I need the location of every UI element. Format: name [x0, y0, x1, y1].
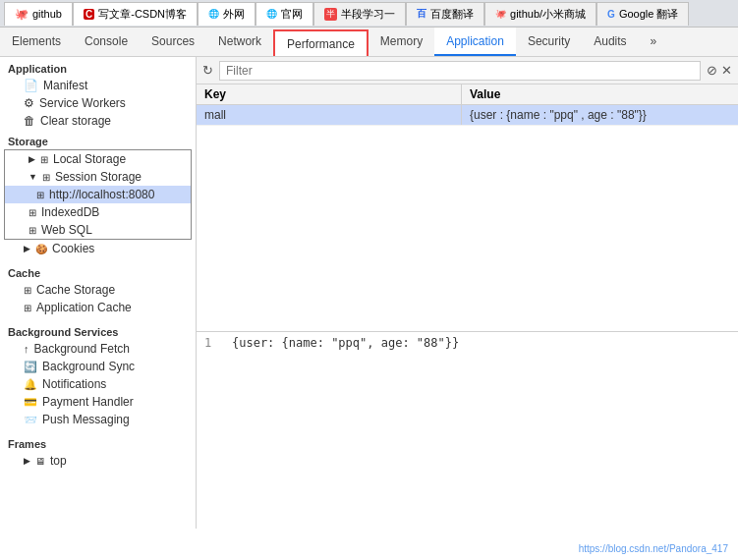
sidebar-item-bg-sync[interactable]: 🔄 Background Sync [0, 358, 196, 375]
content-area: ↻ ⊘ ✕ Key Value mall {user : {nam [197, 57, 738, 529]
section-storage: Storage [0, 130, 196, 149]
tab-console[interactable]: Console [73, 28, 140, 56]
browser-tab-baidu[interactable]: 百 百度翻译 [406, 2, 484, 26]
watermark: https://blog.csdn.net/Pandora_417 [579, 543, 728, 554]
sidebar-item-bg-fetch[interactable]: ↑ Background Fetch [0, 340, 196, 358]
preview-line: 1 {user: {name: "ppq", age: "88"}} [204, 336, 730, 350]
sidebar-item-notifications[interactable]: 🔔 Notifications [0, 375, 196, 393]
section-application: Application [0, 57, 196, 77]
payment-icon: 💳 [24, 396, 37, 409]
table-body: mall {user : {name : "ppq" , age : "88"}… [197, 105, 738, 331]
filter-input[interactable] [219, 61, 701, 81]
table-header: Key Value [197, 84, 738, 105]
devtools-main: Application 📄 Manifest ⚙ Service Workers… [0, 57, 738, 529]
refresh-button[interactable]: ↻ [202, 63, 213, 78]
sidebar-item-push-messaging[interactable]: 📨 Push Messaging [0, 411, 196, 428]
sidebar-item-manifest[interactable]: 📄 Manifest [0, 77, 196, 94]
tab-label: 官网 [281, 7, 303, 22]
tab-more[interactable]: » [639, 28, 669, 56]
browser-tab-csdn[interactable]: C 写文章-CSDN博客 [73, 2, 198, 26]
browser-tab-study[interactable]: 半 半段学习一 [313, 2, 406, 26]
notifications-icon: 🔔 [24, 378, 37, 391]
storage-box: ▶ ⊞ Local Storage ▼ ⊞ Session Storage ⊞ … [4, 149, 192, 240]
col-value-header: Value [462, 84, 738, 104]
tab-label: 外网 [223, 7, 245, 22]
cell-key: mall [197, 105, 462, 125]
tab-label: 半段学习一 [341, 7, 395, 22]
browser-tabs: 🐙 github C 写文章-CSDN博客 🌐 外网 🌐 官网 半 半段学习一 … [0, 0, 738, 28]
sidebar-item-session-storage[interactable]: ▼ ⊞ Session Storage [5, 168, 191, 186]
tab-label: github/小米商城 [510, 7, 586, 22]
tab-network[interactable]: Network [206, 28, 273, 56]
expand-icon: ▶ [28, 154, 35, 164]
sidebar-item-websql[interactable]: ⊞ Web SQL [5, 221, 191, 239]
section-frames: Frames [0, 432, 196, 452]
sidebar-item-cookies[interactable]: ▶ 🍪 Cookies [0, 240, 196, 257]
push-icon: 📨 [24, 414, 37, 426]
clear-storage-icon: 🗑 [24, 114, 35, 128]
browser-tab-ww[interactable]: 🌐 外网 [198, 2, 255, 26]
sidebar-item-clear-storage[interactable]: 🗑 Clear storage [0, 112, 196, 130]
sidebar-item-localhost[interactable]: ⊞ http://localhost:8080 [5, 186, 191, 203]
manifest-icon: 📄 [24, 79, 38, 92]
filter-clear-icon[interactable]: ✕ [721, 63, 732, 78]
cookies-expand-icon: ▶ [24, 244, 30, 253]
tab-elements[interactable]: Elements [0, 28, 73, 56]
tab-audits[interactable]: Audits [582, 28, 638, 56]
tab-label: Google 翻译 [619, 7, 679, 22]
tab-label: github [32, 8, 62, 20]
frame-expand-icon: ▶ [24, 456, 30, 466]
sidebar-item-indexeddb[interactable]: ⊞ IndexedDB [5, 203, 191, 221]
browser-tab-gw[interactable]: 🌐 官网 [255, 2, 313, 26]
bg-sync-icon: 🔄 [24, 361, 37, 373]
line-content: {user: {name: "ppq", age: "88"}} [232, 336, 459, 350]
filter-icons: ⊘ ✕ [707, 63, 732, 78]
cell-value: {user : {name : "ppq" , age : "88"}} [462, 105, 738, 125]
sidebar-item-local-storage[interactable]: ▶ ⊞ Local Storage [5, 150, 191, 168]
bg-fetch-icon: ↑ [24, 343, 29, 355]
collapse-icon: ▼ [28, 172, 37, 182]
tab-label: 百度翻译 [430, 7, 474, 22]
tab-sources[interactable]: Sources [140, 28, 206, 56]
service-workers-icon: ⚙ [24, 96, 34, 110]
filter-icon-circle: ⊘ [707, 63, 717, 78]
tab-security[interactable]: Security [516, 28, 582, 56]
sidebar-item-top-frame[interactable]: ▶ 🖥 top [0, 452, 196, 470]
tab-performance[interactable]: Performance [273, 29, 369, 56]
col-key-header: Key [197, 84, 462, 104]
sidebar-item-application-cache[interactable]: ⊞ Application Cache [0, 299, 196, 316]
tab-label: 写文章-CSDN博客 [98, 7, 187, 22]
tab-memory[interactable]: Memory [369, 28, 434, 56]
table-row[interactable]: mall {user : {name : "ppq" , age : "88"}… [197, 105, 738, 126]
section-cache: Cache [0, 261, 196, 281]
browser-tab-google[interactable]: G Google 翻译 [596, 2, 689, 26]
filter-bar: ↻ ⊘ ✕ [197, 57, 738, 84]
tab-application[interactable]: Application [434, 28, 516, 56]
sidebar: Application 📄 Manifest ⚙ Service Workers… [0, 57, 197, 529]
section-bg-services: Background Services [0, 320, 196, 340]
browser-tab-github[interactable]: 🐙 github [4, 2, 73, 26]
sidebar-item-cache-storage[interactable]: ⊞ Cache Storage [0, 281, 196, 299]
sidebar-item-payment-handler[interactable]: 💳 Payment Handler [0, 393, 196, 411]
devtools-toolbar: Elements Console Sources Network Perform… [0, 28, 738, 57]
sidebar-item-service-workers[interactable]: ⚙ Service Workers [0, 94, 196, 112]
browser-tab-github2[interactable]: 🐙 github/小米商城 [484, 2, 596, 26]
line-number: 1 [204, 336, 220, 350]
bottom-preview: 1 {user: {name: "ppq", age: "88"}} [197, 331, 738, 529]
